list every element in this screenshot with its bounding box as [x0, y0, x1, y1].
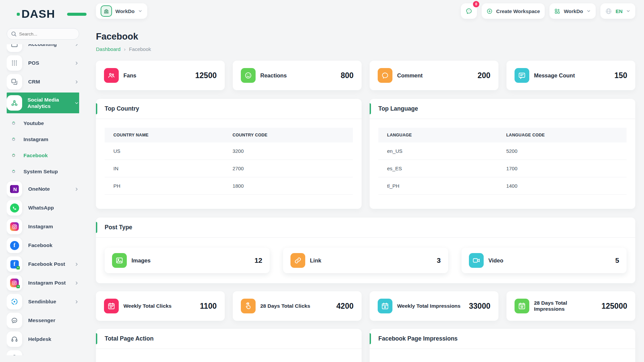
card-header: Total Page Action: [96, 329, 362, 349]
chevron-right-icon: [74, 79, 79, 84]
post-type-images: Images 12: [105, 248, 270, 273]
chat-dots-icon: [465, 7, 473, 15]
sidebar-item-messenger[interactable]: Messenger: [7, 312, 79, 328]
card-title: Top Language: [378, 105, 418, 112]
sidebar-item-label: POS: [28, 60, 68, 66]
table-row: es_ES 1700: [378, 160, 627, 177]
bullet-icon: [12, 154, 15, 157]
stat-label: Message Count: [534, 72, 610, 79]
stat-card-fans: Fans 12500: [96, 61, 225, 90]
stat-value: 33000: [469, 302, 490, 311]
card-title: Total Page Action: [105, 335, 154, 342]
stats-row-2: Weekly Total Clicks 1100 28 Days Total C…: [96, 291, 635, 321]
bullet-icon: [12, 138, 15, 141]
card-header: Top Country: [96, 99, 362, 119]
chat-bubble-icon: [7, 313, 22, 328]
sidebar-item-label: Instagram Post: [28, 280, 68, 286]
sidebar-item-accounting[interactable]: Accounting: [7, 44, 79, 52]
sidebar-search: [7, 28, 79, 40]
sidebar-item-sendinblue[interactable]: Sendinblue: [7, 294, 79, 310]
topbar-actions: 0 Create Workspace WorkDo: [461, 3, 635, 19]
sidebar-subitem-system-setup[interactable]: System Setup: [7, 165, 79, 178]
card-header: Facebook Page Impressions: [370, 329, 635, 349]
workdo-menu-button[interactable]: WorkDo: [549, 3, 596, 19]
globe-icon: [605, 8, 612, 15]
search-input[interactable]: [7, 28, 79, 40]
chevron-right-icon: [74, 61, 79, 66]
column-header: COUNTRY CODE: [224, 128, 353, 142]
page-title: Facebook: [96, 32, 635, 42]
comment-icon: [378, 68, 392, 83]
sidebar-item-facebook[interactable]: f Facebook: [7, 237, 79, 253]
post-type-video: Video 5: [462, 248, 627, 273]
sidebar-item-label: Helpdesk: [28, 336, 79, 342]
whatsapp-icon: [7, 200, 22, 216]
stat-value: 12500: [195, 71, 217, 80]
facebook-icon: f: [7, 238, 22, 253]
calendar-icon: [378, 299, 392, 313]
stat-card-28-days-total-clicks: 28 Days Total Clicks 4200: [233, 291, 362, 321]
column-header: COUNTRY NAME: [105, 128, 224, 142]
create-workspace-button[interactable]: Create Workspace: [482, 3, 545, 19]
stat-label: 28 Days Total Clicks: [260, 303, 332, 309]
column-header: LANGUAGE CODE: [497, 128, 627, 142]
breadcrumb: Dashboard › Facebook: [96, 46, 635, 52]
breadcrumb-separator: ›: [124, 46, 125, 52]
stat-value: 12: [255, 256, 262, 264]
sidebar-subitem-youtube[interactable]: Youtube: [7, 117, 79, 130]
card-title: Post Type: [105, 224, 132, 231]
language-selector[interactable]: EN: [600, 3, 635, 19]
stat-label: Link: [310, 257, 432, 264]
workspace-switcher[interactable]: WorkDo: [96, 3, 147, 19]
bullet-icon: [12, 122, 15, 125]
table-row: IN 2700: [105, 160, 353, 177]
calendar-icon: [104, 299, 119, 313]
calendar-icon: [515, 299, 529, 313]
sidebar-item-instagram[interactable]: Instagram: [7, 219, 79, 235]
sidebar-item-label: Facebook: [28, 242, 79, 248]
sidebar-item-settings[interactable]: Settings: [7, 350, 79, 355]
sidebar-item-whatsapp[interactable]: WhatsApp: [7, 200, 79, 216]
charts-row: Total Page Action Daily Facebook Page Cl…: [96, 329, 635, 362]
stat-label: Weekly Total Clicks: [123, 303, 195, 309]
sidebar-item-label: Facebook Post: [28, 261, 68, 267]
sidebar-item-label: OneNote: [28, 186, 68, 192]
table-row: US 3200: [105, 142, 353, 160]
chevron-down-icon: [138, 9, 143, 13]
sidebar-item-onenote[interactable]: N OneNote: [7, 181, 79, 197]
chart-area: Daily Facebook Page Clicks 200: [96, 349, 362, 362]
sidebar-item-crm[interactable]: CRM: [7, 74, 79, 90]
sendinblue-icon: [7, 294, 22, 309]
sidebar-subitem-instagram[interactable]: Instagram: [7, 133, 79, 146]
sidebar-subitem-facebook[interactable]: Facebook: [7, 149, 79, 162]
stat-value: 5: [615, 256, 619, 264]
app-logo[interactable]: DASH: [21, 7, 79, 21]
sidebar-item-pos[interactable]: POS: [7, 55, 79, 71]
sidebar-item-label: Accounting: [28, 44, 68, 48]
search-icon: [11, 31, 17, 37]
grid-plus-icon: [554, 8, 560, 14]
logo-dot-decoration: [17, 13, 20, 16]
stat-label: Images: [131, 257, 250, 264]
message-icon: [515, 68, 529, 83]
sidebar: DASH Accounting POS: [0, 0, 86, 362]
card-header: Post Type: [96, 218, 635, 238]
sidebar-item-label: Instagram: [28, 223, 79, 230]
sidebar-item-helpdesk[interactable]: Helpdesk: [7, 331, 79, 347]
breadcrumb-dashboard-link[interactable]: Dashboard: [96, 46, 120, 52]
sidebar-subitem-label: Youtube: [23, 120, 44, 126]
top-country-card: Top Country COUNTRY NAME COUNTRY CODE US…: [96, 99, 362, 209]
sidebar-subitem-label: System Setup: [23, 169, 58, 175]
stat-value: 4200: [336, 302, 354, 311]
sidebar-item-social-media-analytics[interactable]: Social Media Analytics: [7, 93, 79, 113]
stat-card-reactions: Reactions 800: [233, 61, 362, 90]
stat-value: 800: [341, 71, 354, 80]
sidebar-item-instagram-post[interactable]: + Instagram Post: [7, 275, 79, 291]
stat-value: 150: [614, 71, 627, 80]
sidebar-item-facebook-post[interactable]: f+ Facebook Post: [7, 256, 79, 272]
chart-area: Page Impressions (Daily, Weekly, 28 Days…: [370, 349, 635, 362]
instagram-post-icon: +: [7, 275, 22, 291]
notifications-button[interactable]: 0: [461, 3, 477, 19]
sidebar-item-label: Settings: [28, 355, 68, 355]
sidebar-subitem-label: Facebook: [23, 153, 48, 159]
